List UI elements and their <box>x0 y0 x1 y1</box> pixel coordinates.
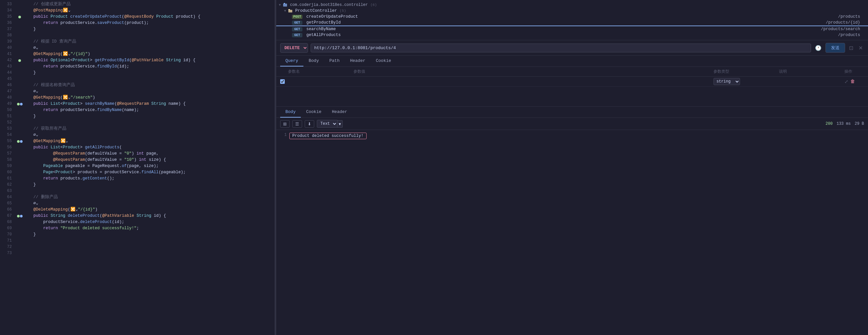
method-path-4: /products <box>838 33 865 37</box>
ln-38: 38 <box>3 32 12 39</box>
code-line-42: public Optional<Product> getProductById(… <box>24 57 275 64</box>
tree-method-searchByName[interactable]: GET searchByName /products/search <box>276 26 868 32</box>
tree-method-createOrUpdate[interactable]: POST createOrUpdateProduct /products <box>276 14 868 20</box>
breakpoint-blue-67[interactable] <box>20 215 23 217</box>
ln-64: 64 <box>3 194 12 201</box>
method-path-1: /products <box>838 14 865 19</box>
url-input[interactable] <box>311 43 811 52</box>
svg-rect-1 <box>284 3 285 4</box>
ln-67: 67 <box>3 213 12 219</box>
breakpoint-green[interactable] <box>18 16 21 18</box>
gutter-row-66 <box>16 207 24 213</box>
resp-tab-cookie[interactable]: Cookie <box>301 107 327 118</box>
gutter-icons <box>16 1 24 335</box>
code-line-49: public List<Product> searchByName(@Reque… <box>24 101 275 107</box>
gutter-row-67 <box>16 213 24 219</box>
request-bar: DELETE GET POST PUT 🕐 发送 ⊡ ✕ <box>276 40 868 56</box>
gutter-row-54 <box>16 132 24 138</box>
header-param-name: 参数名 <box>288 69 353 74</box>
code-line-52 <box>24 120 275 126</box>
method-select[interactable]: DELETE GET POST PUT <box>280 43 308 53</box>
request-tabs: Query Body Path Header Cookie <box>276 56 868 67</box>
gutter-row-51 <box>16 113 24 120</box>
param-checkbox-1[interactable] <box>280 79 285 84</box>
code-line-62: } <box>24 182 275 188</box>
gutter-row-62 <box>16 182 24 188</box>
code-line-36: return productService.saveProduct(produc… <box>24 20 275 26</box>
panel-top-btn[interactable]: ⊡ <box>848 43 855 52</box>
breakpoint-green-55[interactable] <box>17 140 20 143</box>
ln-44: 44 <box>3 70 12 76</box>
params-empty-area <box>276 87 868 106</box>
code-line-48: @GetMapping(🔀⌄"/search") <box>24 95 275 101</box>
gutter-row-71 <box>16 238 24 244</box>
gutter-row-61 <box>16 176 24 182</box>
response-time: 133 ms <box>837 121 851 126</box>
code-line-65: ⌀⌄ <box>24 201 275 207</box>
gutter-row-69 <box>16 225 24 232</box>
ln-49: 49 <box>3 101 12 107</box>
resp-icon-btn-3[interactable]: ⬇ <box>305 120 314 128</box>
tree-controller[interactable]: ▼ ProductController (5) <box>276 8 868 14</box>
param-value-input-1[interactable] <box>353 79 714 84</box>
ln-50: 50 <box>3 107 12 113</box>
gutter-row-33 <box>16 1 24 7</box>
expand-icon-1[interactable]: ⤢ <box>844 79 848 85</box>
format-select[interactable]: Text JSON XML HTML <box>317 120 337 128</box>
gutter-row-55 <box>16 138 24 144</box>
resp-tab-body[interactable]: Body <box>280 107 301 118</box>
code-line-44: } <box>24 70 275 76</box>
params-row-1: string integer boolean ⤢ 🗑 <box>276 77 868 87</box>
ln-57: 57 <box>3 151 12 157</box>
ln-60: 60 <box>3 169 12 176</box>
breakpoint-blue-49[interactable] <box>20 103 23 105</box>
package-icon <box>283 3 287 7</box>
tree-method-getAllProducts[interactable]: GET getAllProducts /products <box>276 32 868 38</box>
param-name-input-1[interactable] <box>288 79 353 84</box>
ln-51: 51 <box>3 113 12 120</box>
panel-close-btn[interactable]: ✕ <box>857 43 864 52</box>
ln-39: 39 <box>3 39 12 45</box>
ln-61: 61 <box>3 176 12 182</box>
history-icon-btn[interactable]: 🕐 <box>814 43 823 52</box>
ln-55: 55 <box>3 138 12 144</box>
ln-59: 59 <box>3 163 12 169</box>
breakpoint-green-49[interactable] <box>17 103 20 105</box>
method-name-4: getAllProducts <box>306 33 341 37</box>
tree-method-getById[interactable]: GET getProductById /products/{id} <box>276 20 868 26</box>
root-package-count: (6) <box>371 3 377 7</box>
code-line-41: @GetMapping(🔀⌄"/{id}") <box>24 51 275 57</box>
tab-query[interactable]: Query <box>280 56 303 66</box>
resp-icon-btn-2[interactable]: ☰ <box>292 120 302 128</box>
tab-path[interactable]: Path <box>324 56 345 66</box>
delete-icon-1[interactable]: 🗑 <box>850 79 855 84</box>
format-dropdown-btn[interactable]: ▾ <box>337 120 343 128</box>
tab-header[interactable]: Header <box>345 56 371 66</box>
method-name-3: searchByName <box>306 27 336 31</box>
tab-body[interactable]: Body <box>303 56 324 66</box>
code-line-39: // 根据 ID 查询产品 <box>24 39 275 45</box>
tree-arrow-root: ▼ <box>279 3 281 7</box>
code-line-33: // 创建或更新产品 <box>24 1 275 7</box>
tab-cookie[interactable]: Cookie <box>371 56 396 66</box>
breakpoint-blue-55[interactable] <box>20 140 23 143</box>
ln-62: 62 <box>3 182 12 188</box>
code-line-47: ⌀⌄ <box>24 88 275 95</box>
resp-tab-header[interactable]: Header <box>327 107 352 118</box>
tree-root-package[interactable]: ▼ com.coderjia.boot318es.controller (6) <box>276 2 868 8</box>
gutter-row-36 <box>16 20 24 26</box>
response-line-1: 1 Product deleted successfully! <box>280 133 864 139</box>
resp-line-num-1: 1 <box>280 133 287 139</box>
ln-70: 70 <box>3 232 12 238</box>
breakpoint-green-67[interactable] <box>17 215 20 217</box>
code-line-68: productService.deleteProduct(id); <box>24 219 275 225</box>
param-type-select-1[interactable]: string integer boolean <box>714 78 740 85</box>
send-button[interactable]: 发送 <box>826 43 845 53</box>
folder-icon <box>288 8 292 13</box>
code-line-72 <box>24 244 275 250</box>
param-desc-input-1[interactable] <box>779 79 844 84</box>
gutter-row-46 <box>16 82 24 88</box>
resp-icon-btn-1[interactable]: ⊞ <box>280 120 290 128</box>
breakpoint-green-42[interactable] <box>18 59 21 62</box>
gutter-row-40 <box>16 45 24 51</box>
